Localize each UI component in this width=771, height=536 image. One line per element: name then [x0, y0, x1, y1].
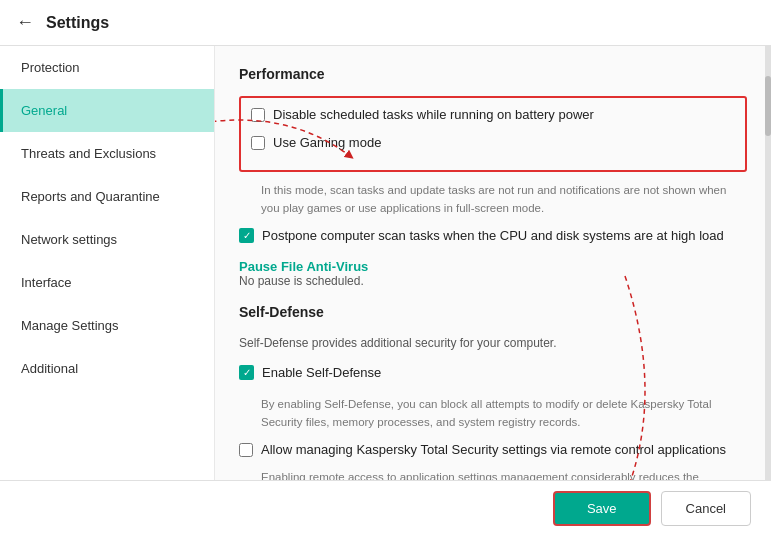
performance-title: Performance: [239, 66, 747, 82]
enable-self-defense-checkbox[interactable]: ✓: [239, 365, 254, 380]
cancel-button[interactable]: Cancel: [661, 491, 751, 526]
sidebar-item-manage[interactable]: Manage Settings: [0, 304, 214, 347]
sidebar-item-threats[interactable]: Threats and Exclusions: [0, 132, 214, 175]
self-defense-desc: Self-Defense provides additional securit…: [239, 334, 747, 352]
footer: Save Cancel: [0, 480, 771, 536]
scrollbar[interactable]: [765, 46, 771, 480]
settings-window: ← Settings Protection General Threats an…: [0, 0, 771, 536]
allow-managing-checkbox[interactable]: [239, 443, 253, 457]
title-bar: ← Settings: [0, 0, 771, 46]
enable-self-defense-label: Enable Self-Defense: [262, 364, 381, 382]
save-button[interactable]: Save: [553, 491, 651, 526]
page-title: Settings: [46, 14, 109, 32]
disable-tasks-item: Disable scheduled tasks while running on…: [251, 106, 735, 124]
allow-managing-label: Allow managing Kaspersky Total Security …: [261, 441, 726, 459]
self-defense-title: Self-Defense: [239, 304, 747, 320]
gaming-mode-item: Use Gaming mode: [251, 134, 735, 152]
back-button[interactable]: ←: [16, 12, 34, 33]
allow-managing-item: Allow managing Kaspersky Total Security …: [239, 441, 747, 459]
sidebar-item-interface[interactable]: Interface: [0, 261, 214, 304]
pause-antivirus-title[interactable]: Pause File Anti-Virus: [239, 259, 747, 274]
performance-options-box: Disable scheduled tasks while running on…: [239, 96, 747, 172]
content-area: Performance Disable scheduled tasks whil…: [215, 46, 771, 480]
postpone-item: ✓ Postpone computer scan tasks when the …: [239, 227, 747, 245]
sidebar-item-reports[interactable]: Reports and Quarantine: [0, 175, 214, 218]
main-content: Protection General Threats and Exclusion…: [0, 46, 771, 480]
sidebar-item-general[interactable]: General: [0, 89, 214, 132]
sidebar-item-network[interactable]: Network settings: [0, 218, 214, 261]
gaming-mode-hint: In this mode, scan tasks and update task…: [261, 182, 747, 217]
scrollbar-thumb[interactable]: [765, 76, 771, 136]
gaming-mode-label: Use Gaming mode: [273, 134, 381, 152]
postpone-label: Postpone computer scan tasks when the CP…: [262, 227, 724, 245]
no-pause-text: No pause is scheduled.: [239, 274, 747, 288]
sidebar: Protection General Threats and Exclusion…: [0, 46, 215, 480]
self-defense-hint: By enabling Self-Defense, you can block …: [261, 396, 747, 431]
gaming-mode-checkbox[interactable]: [251, 136, 265, 150]
sidebar-item-additional[interactable]: Additional: [0, 347, 214, 390]
sidebar-item-protection[interactable]: Protection: [0, 46, 214, 89]
postpone-checkbox[interactable]: ✓: [239, 228, 254, 243]
disable-tasks-checkbox[interactable]: [251, 108, 265, 122]
disable-tasks-label: Disable scheduled tasks while running on…: [273, 106, 594, 124]
allow-managing-hint: Enabling remote access to application se…: [261, 469, 747, 480]
enable-self-defense-item: ✓ Enable Self-Defense: [239, 364, 747, 382]
